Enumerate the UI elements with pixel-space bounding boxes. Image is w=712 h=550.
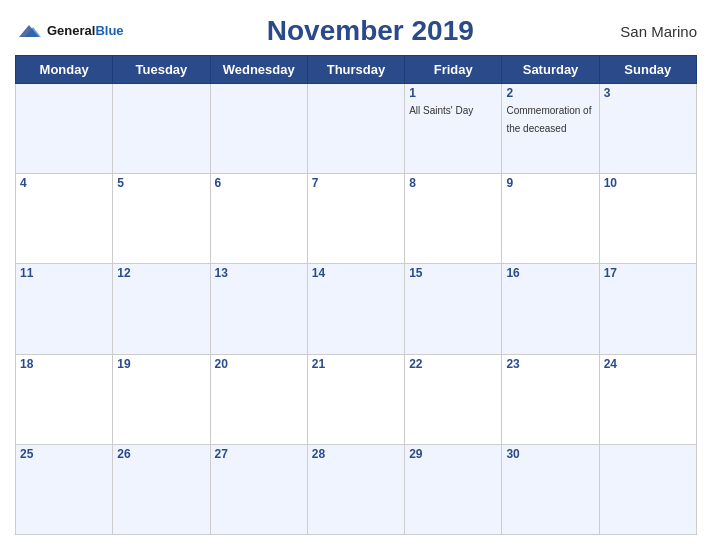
calendar-day-cell: 27 [210, 444, 307, 534]
calendar-day-cell [210, 84, 307, 174]
day-number: 22 [409, 357, 497, 371]
day-number: 2 [506, 86, 594, 100]
day-number: 13 [215, 266, 303, 280]
calendar-day-cell: 20 [210, 354, 307, 444]
calendar-day-cell [16, 84, 113, 174]
calendar-day-cell: 11 [16, 264, 113, 354]
weekday-header-sunday: Sunday [599, 56, 696, 84]
calendar-day-cell: 23 [502, 354, 599, 444]
calendar-day-cell: 5 [113, 174, 210, 264]
country-label: San Marino [617, 23, 697, 40]
logo-text: GeneralBlue [47, 24, 124, 38]
calendar-header: GeneralBlue November 2019 San Marino [15, 10, 697, 55]
calendar-title: November 2019 [124, 15, 617, 47]
weekday-header-saturday: Saturday [502, 56, 599, 84]
day-number: 7 [312, 176, 400, 190]
day-number: 16 [506, 266, 594, 280]
day-number: 1 [409, 86, 497, 100]
calendar-day-cell: 12 [113, 264, 210, 354]
day-number: 18 [20, 357, 108, 371]
calendar-day-cell: 26 [113, 444, 210, 534]
calendar-grid: MondayTuesdayWednesdayThursdayFridaySatu… [15, 55, 697, 535]
holiday-label: Commemoration of the deceased [506, 105, 591, 134]
day-number: 19 [117, 357, 205, 371]
day-number: 15 [409, 266, 497, 280]
calendar-day-cell: 9 [502, 174, 599, 264]
calendar-day-cell: 28 [307, 444, 404, 534]
day-number: 4 [20, 176, 108, 190]
weekday-header-monday: Monday [16, 56, 113, 84]
day-number: 17 [604, 266, 692, 280]
weekday-header-wednesday: Wednesday [210, 56, 307, 84]
calendar-week-row: 45678910 [16, 174, 697, 264]
calendar-day-cell: 4 [16, 174, 113, 264]
weekday-header-friday: Friday [405, 56, 502, 84]
calendar-day-cell: 24 [599, 354, 696, 444]
day-number: 25 [20, 447, 108, 461]
logo: GeneralBlue [15, 19, 124, 43]
day-number: 12 [117, 266, 205, 280]
logo-blue: Blue [95, 23, 123, 38]
weekday-header-row: MondayTuesdayWednesdayThursdayFridaySatu… [16, 56, 697, 84]
day-number: 6 [215, 176, 303, 190]
holiday-label: All Saints' Day [409, 105, 473, 116]
calendar-day-cell: 2Commemoration of the deceased [502, 84, 599, 174]
weekday-header-tuesday: Tuesday [113, 56, 210, 84]
calendar-day-cell: 21 [307, 354, 404, 444]
calendar-week-row: 18192021222324 [16, 354, 697, 444]
calendar-day-cell: 6 [210, 174, 307, 264]
day-number: 28 [312, 447, 400, 461]
calendar-day-cell: 29 [405, 444, 502, 534]
day-number: 20 [215, 357, 303, 371]
calendar-day-cell: 17 [599, 264, 696, 354]
calendar-day-cell: 1All Saints' Day [405, 84, 502, 174]
calendar-day-cell: 30 [502, 444, 599, 534]
weekday-header-thursday: Thursday [307, 56, 404, 84]
day-number: 5 [117, 176, 205, 190]
calendar-day-cell [307, 84, 404, 174]
calendar-day-cell [599, 444, 696, 534]
calendar-day-cell: 7 [307, 174, 404, 264]
day-number: 21 [312, 357, 400, 371]
calendar-day-cell: 16 [502, 264, 599, 354]
day-number: 9 [506, 176, 594, 190]
calendar-day-cell [113, 84, 210, 174]
calendar-day-cell: 18 [16, 354, 113, 444]
calendar-day-cell: 14 [307, 264, 404, 354]
calendar-day-cell: 3 [599, 84, 696, 174]
calendar-day-cell: 22 [405, 354, 502, 444]
calendar-day-cell: 15 [405, 264, 502, 354]
day-number: 26 [117, 447, 205, 461]
day-number: 10 [604, 176, 692, 190]
calendar-day-cell: 25 [16, 444, 113, 534]
day-number: 24 [604, 357, 692, 371]
calendar-week-row: 11121314151617 [16, 264, 697, 354]
logo-bird-icon [15, 19, 43, 43]
day-number: 23 [506, 357, 594, 371]
calendar-week-row: 1All Saints' Day2Commemoration of the de… [16, 84, 697, 174]
day-number: 27 [215, 447, 303, 461]
calendar-day-cell: 13 [210, 264, 307, 354]
day-number: 30 [506, 447, 594, 461]
calendar-day-cell: 8 [405, 174, 502, 264]
day-number: 8 [409, 176, 497, 190]
day-number: 14 [312, 266, 400, 280]
day-number: 29 [409, 447, 497, 461]
calendar-day-cell: 19 [113, 354, 210, 444]
day-number: 11 [20, 266, 108, 280]
calendar-week-row: 252627282930 [16, 444, 697, 534]
day-number: 3 [604, 86, 692, 100]
calendar-day-cell: 10 [599, 174, 696, 264]
logo-general: General [47, 23, 95, 38]
